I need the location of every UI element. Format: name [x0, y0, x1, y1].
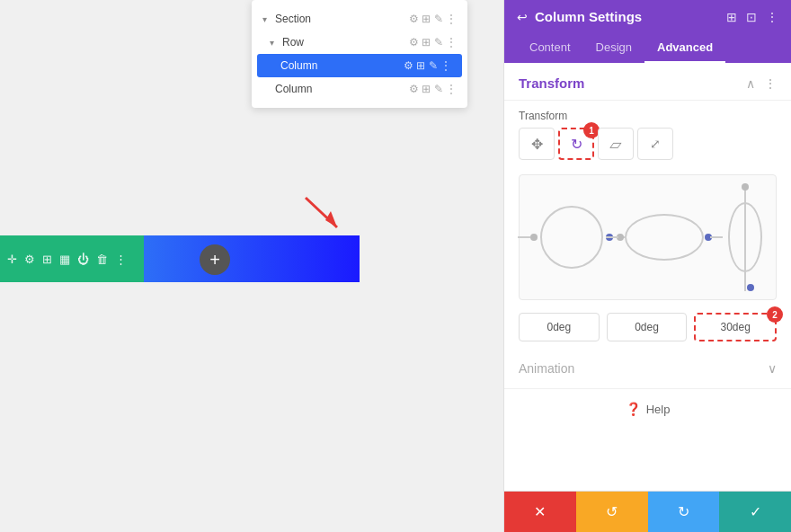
bottom-bar: ✕ ↺ ↻ ✓: [504, 491, 791, 532]
help-row[interactable]: ❓ Help: [504, 388, 791, 429]
transform-scale-btn[interactable]: ⤢: [637, 128, 673, 160]
ellipse2-container: [615, 201, 714, 273]
tree-label: Section: [275, 13, 409, 25]
animation-chevron-icon: ∨: [768, 361, 777, 376]
move-icon: ✥: [531, 136, 543, 153]
tree-icons: ⚙ ⊞ ✎ ⋮: [409, 13, 457, 25]
help-icon: ❓: [626, 402, 641, 416]
tree-item-section[interactable]: ▾ Section ⚙ ⊞ ✎ ⋮: [252, 7, 467, 31]
right-panel: ↩ Column Settings ⊞ ⊡ ⋮ Content Design A…: [503, 0, 791, 532]
tree-label: Column: [280, 59, 404, 72]
add-column-icon[interactable]: ✛: [7, 253, 17, 266]
tab-design[interactable]: Design: [583, 33, 644, 63]
tree-label: Column: [275, 83, 409, 95]
degree-inputs-row: 0deg 0deg 30deg 2: [504, 306, 791, 349]
left-panel: ▾ Section ⚙ ⊞ ✎ ⋮ ▾ Row ⚙ ⊞ ✎ ⋮ Column ⚙…: [0, 0, 503, 532]
blue-column-block: [144, 235, 360, 282]
save-button[interactable]: ✓: [719, 492, 791, 532]
transform-rotate-btn[interactable]: ↻ 1: [558, 128, 594, 160]
tree-item-column-active[interactable]: Column ⚙ ⊞ ✎ ⋮: [257, 54, 462, 77]
delete-icon[interactable]: 🗑: [96, 253, 108, 266]
panel-body: Transform ∧ ⋮ Transform ✥ ↻ 1 ▱ ⤢: [504, 63, 791, 491]
degree-y-input[interactable]: 0deg: [607, 313, 688, 341]
scale-icon: ⤢: [650, 137, 661, 151]
header-icon-more[interactable]: ⋮: [766, 10, 778, 24]
animation-section[interactable]: Animation ∨: [504, 349, 791, 388]
arrow-indicator: [297, 193, 351, 238]
svg-marker-1: [325, 211, 337, 227]
tree-icons: ⚙ ⊞ ✎ ⋮: [404, 59, 451, 72]
panel-tabs: Content Design Advanced: [504, 33, 791, 63]
undo-button[interactable]: ↺: [576, 492, 648, 532]
add-module-button[interactable]: +: [200, 244, 230, 275]
tree-panel: ▾ Section ⚙ ⊞ ✎ ⋮ ▾ Row ⚙ ⊞ ✎ ⋮ Column ⚙…: [252, 0, 467, 108]
back-button[interactable]: ↩: [517, 10, 528, 24]
section-more-icon[interactable]: ⋮: [764, 76, 777, 91]
animation-title: Animation: [519, 361, 768, 376]
transform-move-btn[interactable]: ✥: [519, 128, 555, 160]
ellipse1-container: [529, 201, 615, 273]
ellipse3-container: [714, 183, 777, 291]
tree-item-row[interactable]: ▾ Row ⚙ ⊞ ✎ ⋮: [252, 31, 467, 54]
header-icon-table[interactable]: ⊡: [746, 10, 757, 24]
duplicate-icon[interactable]: ⊞: [42, 253, 52, 266]
header-icon-grid[interactable]: ⊞: [726, 10, 737, 24]
panel-header: ↩ Column Settings ⊞ ⊡ ⋮: [504, 0, 791, 33]
tree-icons: ⚙ ⊞ ✎ ⋮: [409, 36, 457, 49]
transform-icons-row: ✥ ↻ 1 ▱ ⤢: [504, 128, 791, 169]
header-icons: ⊞ ⊡ ⋮: [726, 10, 778, 24]
transform-section-header: Transform ∧ ⋮: [504, 63, 791, 101]
degree-x-input[interactable]: 0deg: [519, 313, 600, 341]
help-label: Help: [646, 403, 671, 416]
tab-content[interactable]: Content: [517, 33, 583, 63]
collapse-icon[interactable]: ∧: [746, 76, 755, 91]
degree-z-badge: 2: [767, 306, 783, 323]
settings-icon[interactable]: ⚙: [24, 253, 35, 266]
section-icons: ∧ ⋮: [746, 76, 777, 91]
tab-advanced[interactable]: Advanced: [644, 33, 725, 63]
tree-arrow: ▾: [262, 14, 271, 24]
power-icon[interactable]: ⏻: [77, 253, 89, 266]
panel-title: Column Settings: [535, 9, 719, 24]
transform-title: Transform: [519, 75, 746, 91]
rotate-icon: ↻: [571, 136, 582, 153]
cancel-button[interactable]: ✕: [504, 492, 576, 532]
transform-sub-label: Transform: [504, 101, 791, 128]
degree-z-input[interactable]: 30deg 2: [694, 313, 777, 341]
transform-skew-btn[interactable]: ▱: [598, 128, 634, 160]
ellipse-visual: [519, 174, 777, 300]
grid-icon[interactable]: ▦: [59, 253, 70, 266]
column-toolbar: ✛ ⚙ ⊞ ▦ ⏻ 🗑 ⋮: [0, 235, 144, 282]
tree-label: Row: [282, 36, 409, 49]
tree-arrow: ▾: [270, 38, 279, 48]
tree-icons: ⚙ ⊞ ✎ ⋮: [409, 83, 457, 95]
redo-button[interactable]: ↻: [648, 492, 720, 532]
tree-item-column[interactable]: Column ⚙ ⊞ ✎ ⋮: [252, 77, 467, 101]
skew-icon: ▱: [609, 136, 622, 153]
more-icon[interactable]: ⋮: [115, 253, 127, 266]
